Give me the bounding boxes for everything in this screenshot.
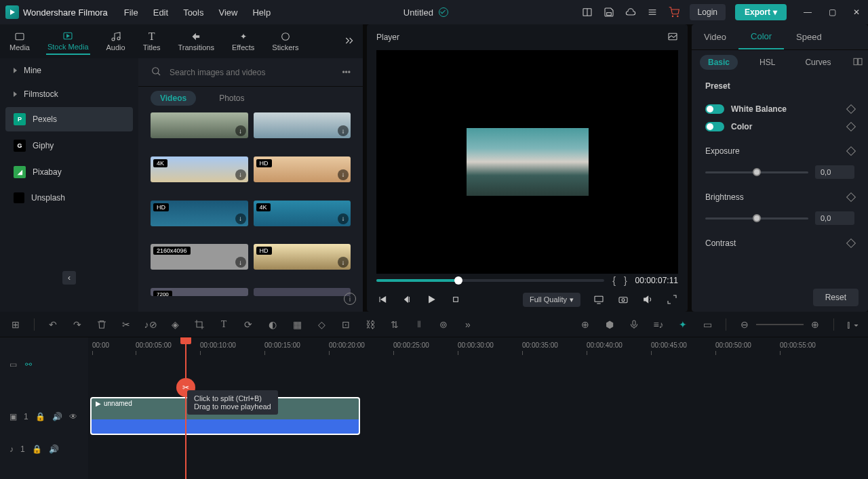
step-back-icon[interactable] — [401, 293, 413, 306]
track-panel-icon[interactable]: ▭ — [9, 360, 17, 369]
audio-detach-icon[interactable]: ♪⊘ — [144, 318, 157, 331]
thumb-item[interactable]: ↓ — [254, 112, 351, 138]
thumb-item[interactable]: 2160x4096↓ — [151, 244, 248, 270]
sidebar-item-giphy[interactable]: GGiphy — [5, 133, 133, 158]
delete-icon[interactable] — [96, 318, 108, 331]
export-button[interactable]: Export▾ — [735, 4, 787, 20]
keyframe-icon[interactable] — [846, 192, 856, 202]
subtab-curves[interactable]: Curves — [797, 55, 839, 70]
grid-icon[interactable]: ⊞ — [9, 318, 22, 331]
more-tools-icon[interactable]: » — [462, 318, 474, 331]
speed-icon[interactable]: ⟳ — [242, 318, 254, 331]
audio-wave-icon[interactable]: ⫴ — [413, 318, 425, 331]
thumb-item[interactable]: HD↓ — [254, 157, 351, 182]
download-icon[interactable]: ↓ — [235, 257, 246, 268]
link-tracks-icon[interactable]: ⚯ — [25, 360, 32, 369]
exposure-value[interactable]: 0,0 — [815, 165, 854, 179]
zoom-out-icon[interactable]: ⊖ — [738, 318, 751, 331]
thumb-item[interactable] — [254, 288, 351, 296]
mask-icon[interactable]: ▦ — [291, 318, 303, 331]
track-icon[interactable]: ⊡ — [340, 318, 352, 331]
subtab-basic[interactable]: Basic — [700, 55, 738, 70]
tab-effects[interactable]: ✦Effects — [231, 28, 256, 54]
cart-icon[interactable] — [668, 6, 680, 18]
tab-media[interactable]: Media — [8, 28, 31, 54]
close-icon[interactable]: ✕ — [850, 6, 863, 18]
list-icon[interactable] — [646, 6, 658, 18]
thumb-item[interactable]: 7200 — [151, 288, 248, 296]
keyframe-icon[interactable] — [846, 146, 856, 156]
keyframe-icon[interactable] — [846, 104, 856, 114]
thumb-item[interactable]: HD↓ — [151, 201, 248, 226]
menu-tools[interactable]: Tools — [183, 7, 203, 18]
playhead-handle[interactable] — [180, 337, 191, 344]
stop-icon[interactable] — [450, 293, 462, 306]
thumb-item[interactable]: HD↓ — [254, 244, 351, 270]
snap-icon[interactable]: ⊕ — [579, 318, 591, 331]
info-icon[interactable]: i — [344, 293, 356, 305]
download-icon[interactable]: ↓ — [235, 213, 246, 224]
tab-titles[interactable]: TTitles — [142, 28, 162, 54]
maximize-icon[interactable]: ▢ — [826, 6, 838, 18]
download-icon[interactable]: ↓ — [235, 125, 246, 136]
mark-out-icon[interactable]: } — [624, 275, 627, 286]
link-icon[interactable]: ⊚ — [437, 318, 450, 331]
layout-icon[interactable] — [581, 6, 593, 18]
thumb-item[interactable]: 4K↓ — [151, 157, 248, 182]
mark-in-icon[interactable]: { — [612, 275, 616, 286]
marker-add-icon[interactable]: ⬢ — [604, 318, 616, 331]
tab-video[interactable]: Video — [692, 24, 738, 49]
sidebar-item-pixabay[interactable]: ◢Pixabay — [5, 160, 133, 184]
reset-button[interactable]: Reset — [813, 289, 859, 306]
download-icon[interactable]: ↓ — [338, 125, 349, 136]
cut-icon[interactable]: ✂ — [120, 318, 132, 331]
keyframe-icon[interactable]: ◇ — [315, 318, 328, 331]
collapse-sidebar-button[interactable]: ‹ — [62, 271, 76, 285]
exposure-slider[interactable] — [705, 171, 808, 173]
sidebar-item-filmstock[interactable]: Filmstock — [5, 83, 133, 105]
login-button[interactable]: Login — [690, 4, 726, 20]
quality-select[interactable]: Full Quality ▾ — [523, 293, 580, 307]
tab-stickers[interactable]: Stickers — [271, 28, 300, 54]
magnet-icon[interactable]: ✦ — [677, 318, 689, 331]
mute-icon[interactable]: 🔊 — [52, 412, 62, 421]
sidebar-item-mine[interactable]: Mine — [5, 60, 133, 81]
redo-icon[interactable]: ↷ — [71, 318, 83, 331]
tab-audio[interactable]: Audio — [105, 28, 127, 54]
play-icon[interactable] — [425, 293, 437, 306]
brightness-slider[interactable] — [705, 217, 808, 220]
seek-track[interactable] — [376, 279, 604, 282]
minimize-icon[interactable]: — — [802, 6, 814, 18]
thumb-item[interactable]: ↓ — [151, 112, 248, 138]
view-options-icon[interactable]: ⫿ ▾ — [846, 318, 859, 331]
undo-icon[interactable]: ↶ — [47, 318, 59, 331]
tab-speed[interactable]: Speed — [784, 24, 834, 49]
mixer-icon[interactable]: ≡♪ — [652, 318, 665, 331]
download-icon[interactable]: ↓ — [235, 169, 246, 180]
color-icon[interactable]: ◐ — [267, 318, 279, 331]
download-icon[interactable]: ↓ — [338, 213, 349, 224]
display-icon[interactable] — [593, 293, 605, 306]
playhead[interactable]: ✂ — [185, 337, 186, 479]
compare-icon[interactable] — [852, 56, 863, 69]
color-toggle[interactable] — [705, 122, 724, 131]
mute-icon[interactable]: 🔊 — [49, 444, 59, 454]
keyframe-icon[interactable] — [846, 238, 856, 248]
subtab-hsl[interactable]: HSL — [751, 55, 783, 70]
download-icon[interactable]: ↓ — [338, 169, 349, 180]
tab-transitions[interactable]: Transitions — [177, 28, 216, 54]
search-input[interactable] — [170, 68, 334, 77]
text-icon[interactable]: T — [218, 318, 230, 331]
zoom-slider[interactable] — [756, 324, 804, 325]
player-viewport[interactable] — [376, 50, 678, 274]
more-icon[interactable]: ••• — [342, 68, 351, 77]
keyframe-icon[interactable] — [846, 122, 856, 131]
volume-icon[interactable] — [642, 293, 654, 306]
sidebar-item-unsplash[interactable]: Unsplash — [5, 186, 133, 209]
lock-icon[interactable]: 🔒 — [32, 444, 42, 454]
menu-view[interactable]: View — [218, 7, 237, 18]
zoom-in-icon[interactable]: ⊕ — [809, 318, 821, 331]
seek-thumb[interactable] — [454, 276, 462, 285]
tab-color[interactable]: Color — [738, 24, 784, 49]
tab-stock-media[interactable]: Stock Media — [46, 28, 90, 55]
